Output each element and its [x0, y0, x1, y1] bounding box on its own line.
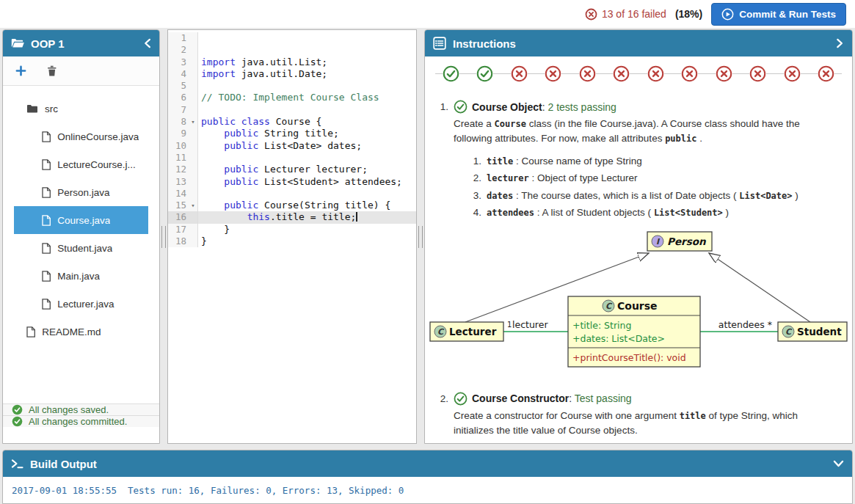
code-line-13[interactable]: 13 public List<Student> attendees;	[168, 176, 416, 188]
line-number[interactable]: 13	[168, 176, 189, 188]
check-circle-icon	[12, 404, 23, 415]
tree-item-label: LectureCourse.j...	[57, 159, 136, 170]
code-text[interactable]: import java.util.Date;	[198, 68, 416, 80]
file-tree-item[interactable]: README.md	[3, 318, 159, 346]
instruction-body: Create a constructor for Course with one…	[454, 409, 840, 439]
fold-marker-icon[interactable]: ▾	[189, 200, 198, 211]
code-line-14[interactable]: 14	[168, 188, 416, 200]
code-line-1[interactable]: 1	[168, 32, 416, 44]
code-line-9[interactable]: 9 public String title;	[168, 128, 416, 139]
code-text[interactable]: public class Course {	[198, 116, 416, 128]
code-line-10[interactable]: 10 public List<Date> dates;	[168, 140, 416, 152]
code-text[interactable]: }	[198, 224, 416, 235]
file-icon	[42, 159, 51, 170]
line-number[interactable]: 10	[168, 140, 189, 152]
delete-file-button[interactable]	[46, 64, 59, 78]
file-tree-item[interactable]: Person.java	[3, 178, 159, 206]
instructions-content: 1.Course Object: 2 tests passingCreate a…	[425, 90, 852, 443]
code-line-4[interactable]: 4import java.util.Date;	[168, 68, 416, 80]
file-tree-item[interactable]: Course.java	[14, 206, 148, 234]
line-number[interactable]: 15	[168, 200, 189, 211]
test-step-12-fail	[818, 65, 834, 82]
code-line-5[interactable]: 5	[168, 80, 416, 92]
code-line-2[interactable]: 2	[168, 44, 416, 56]
build-output-header: Build Output	[3, 450, 852, 477]
code-text[interactable]	[198, 32, 416, 44]
instruction-title: Course Object: 2 tests passing	[454, 100, 840, 114]
code-line-17[interactable]: 17 }	[168, 224, 416, 235]
file-icon	[42, 299, 51, 310]
code-line-12[interactable]: 12 public Lecturer lecturer;	[168, 164, 416, 175]
line-number[interactable]: 4	[168, 68, 189, 80]
code-text[interactable]: public List<Student> attendees;	[198, 176, 416, 188]
fold-marker-icon	[189, 68, 198, 80]
file-tree-item[interactable]: LectureCourse.j...	[3, 150, 159, 178]
svg-text:+printCourseTitle(): void: +printCourseTitle(): void	[572, 352, 686, 363]
file-tree-item[interactable]: Lecturer.java	[3, 290, 159, 318]
code-text[interactable]: public Course(String title) {	[198, 200, 416, 211]
fold-marker-icon	[189, 92, 198, 103]
code-text[interactable]: public String title;	[198, 128, 416, 139]
line-number[interactable]: 17	[168, 224, 189, 235]
code-line-7[interactable]: 7	[168, 104, 416, 116]
code-text[interactable]: public List<Date> dates;	[198, 140, 416, 152]
code-text[interactable]: public Lecturer lecturer;	[198, 164, 416, 175]
instructions-list-icon	[433, 37, 446, 50]
panel-resize-handle-left[interactable]	[160, 29, 167, 444]
add-file-button[interactable]	[14, 64, 28, 78]
line-number[interactable]: 18	[168, 235, 189, 247]
line-number[interactable]: 7	[168, 104, 189, 116]
code-line-8[interactable]: 8▾public class Course {	[168, 116, 416, 128]
instruction-item-1: 1.Course Object: 2 tests passingCreate a…	[437, 100, 840, 381]
code-text[interactable]: import java.util.List;	[198, 56, 416, 68]
folder-tree-item-src[interactable]: src	[3, 95, 159, 123]
instruction-number: 2.	[437, 392, 448, 439]
line-number[interactable]: 5	[168, 80, 189, 92]
collapse-file-panel-icon[interactable]	[143, 38, 151, 48]
line-number[interactable]: 6	[168, 92, 189, 103]
tree-item-label: Student.java	[57, 243, 112, 254]
fold-marker-icon[interactable]: ▾	[189, 116, 198, 128]
code-text[interactable]: // TODO: Implement Course Class	[198, 92, 416, 103]
code-line-18[interactable]: 18}	[168, 235, 416, 247]
code-editor[interactable]: 123import java.util.List;4import java.ut…	[167, 29, 417, 444]
attribute-list: 1.title : Course name of type String2.le…	[471, 154, 840, 220]
line-number[interactable]: 9	[168, 128, 189, 139]
line-number[interactable]: 11	[168, 152, 189, 164]
line-number[interactable]: 2	[168, 44, 189, 56]
svg-text:1: 1	[507, 321, 512, 329]
line-number[interactable]: 16	[168, 211, 189, 223]
code-text[interactable]	[198, 44, 416, 56]
collapse-build-output-icon[interactable]	[833, 460, 844, 468]
file-tree-item[interactable]: Main.java	[3, 262, 159, 290]
attribute-list-item: 2.lecturer : Object of type Lecturer	[471, 171, 840, 186]
code-text[interactable]	[198, 188, 416, 200]
commit-run-tests-button[interactable]: Commit & Run Tests	[711, 3, 846, 26]
file-icon	[42, 215, 51, 226]
instruction-title: Course Constructor: Test passing	[454, 392, 840, 406]
line-number[interactable]: 3	[168, 56, 189, 68]
line-number[interactable]: 12	[168, 164, 189, 175]
code-text[interactable]: this.title = title;	[198, 211, 416, 223]
test-step-10-fail	[749, 65, 766, 82]
status-rows: All changes saved.All changes committed.	[3, 403, 159, 427]
test-step-9-fail	[716, 65, 732, 82]
line-number[interactable]: 8	[168, 116, 189, 128]
file-tree-item[interactable]: OnlineCourse.java	[3, 123, 159, 150]
line-number[interactable]: 1	[168, 32, 189, 44]
code-text[interactable]	[198, 80, 416, 92]
file-tree-item[interactable]: Student.java	[3, 234, 159, 262]
code-line-16[interactable]: 16 this.title = title;	[168, 211, 416, 223]
x-circle-icon	[716, 65, 732, 82]
code-line-3[interactable]: 3import java.util.List;	[168, 56, 416, 68]
code-text[interactable]	[198, 152, 416, 164]
expand-instructions-icon[interactable]	[836, 38, 844, 48]
code-line-15[interactable]: 15▾ public Course(String title) {	[168, 200, 416, 211]
code-text[interactable]: }	[198, 235, 416, 247]
code-line-11[interactable]: 11	[168, 152, 416, 164]
line-number[interactable]: 14	[168, 188, 189, 200]
code-line-6[interactable]: 6// TODO: Implement Course Class	[168, 92, 416, 103]
code-text[interactable]	[198, 104, 416, 116]
inline-code: attendees	[487, 208, 534, 218]
panel-resize-handle-right[interactable]	[417, 29, 424, 444]
